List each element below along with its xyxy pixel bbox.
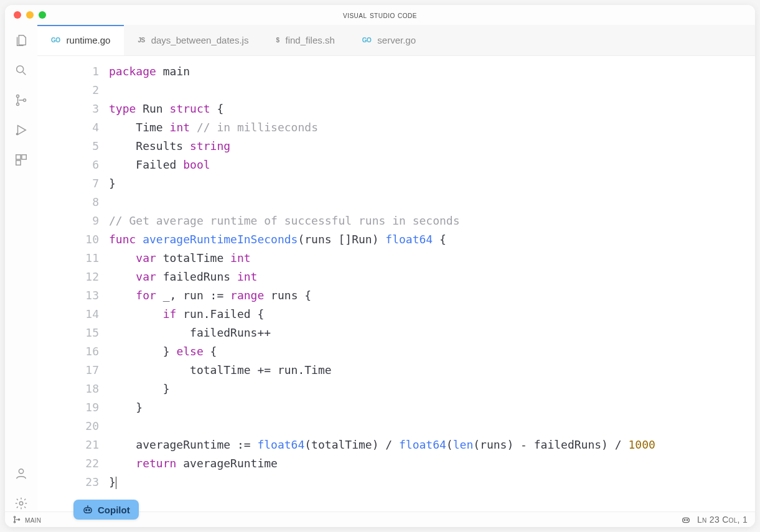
tab-server-go[interactable]: GOserver.go [349,25,429,55]
line-number: 1 [37,62,99,81]
line-number: 10 [37,230,99,249]
code-line[interactable]: } [109,380,755,398]
window-controls [5,11,46,19]
minimize-icon[interactable] [26,11,34,19]
svg-point-15 [18,519,19,520]
svg-point-0 [17,66,24,73]
code-line[interactable]: var totalTime int [109,249,755,268]
code-line[interactable]: } else { [109,342,755,361]
code-line[interactable]: } [109,174,755,193]
file-type-icon: $ [276,37,279,44]
svg-point-14 [14,521,15,523]
text-cursor [116,477,116,489]
code-content[interactable]: package maintype Run struct { Time int /… [109,62,755,511]
code-line[interactable]: func averageRuntimeInSeconds(runs []Run)… [109,230,755,249]
copilot-badge[interactable]: Copilot [73,500,139,520]
line-number: 14 [37,305,99,324]
source-control-icon[interactable] [13,92,29,108]
line-number: 11 [37,249,99,268]
search-icon[interactable] [13,62,29,78]
file-type-icon: JS [138,37,144,44]
copilot-status-icon[interactable] [681,515,691,525]
file-type-icon: GO [51,37,60,44]
svg-point-18 [687,520,688,521]
line-number: 5 [37,137,99,156]
line-number: 9 [37,212,99,230]
code-line[interactable] [109,193,755,212]
line-number: 22 [37,454,99,473]
line-number: 13 [37,286,99,305]
cursor-position[interactable]: Ln 23 Col, 1 [697,515,748,525]
code-line[interactable]: return averageRuntime [109,454,755,473]
code-line[interactable]: totalTime += run.Time [109,361,755,380]
svg-point-9 [19,502,23,505]
code-line[interactable] [109,417,755,436]
code-line[interactable] [109,81,755,100]
code-line[interactable]: var failedRuns int [109,268,755,286]
svg-point-2 [16,103,19,105]
line-number: 16 [37,342,99,361]
maximize-icon[interactable] [39,11,46,19]
code-line[interactable]: } [109,398,755,417]
line-number: 3 [37,100,99,118]
code-line[interactable]: Failed bool [109,156,755,174]
window-title: visual studio code [343,10,417,20]
svg-point-8 [19,469,23,474]
code-line[interactable]: package main [109,62,755,81]
svg-point-4 [16,133,19,136]
settings-icon[interactable] [13,495,29,511]
tab-days_between_dates-js[interactable]: JSdays_between_dates.js [124,25,262,55]
line-number: 15 [37,324,99,342]
code-editor[interactable]: 1234567891011121314151617181920212223 pa… [37,56,755,511]
code-line[interactable]: Time int // in milliseconds [109,118,755,137]
tab-label: server.go [377,35,416,45]
close-icon[interactable] [14,11,21,19]
line-number: 6 [37,156,99,174]
tab-bar: GOruntime.goJSdays_between_dates.js$find… [37,25,755,56]
debug-icon[interactable] [13,122,29,138]
branch-name[interactable]: main [25,515,41,525]
branch-icon [12,515,21,524]
line-gutter: 1234567891011121314151617181920212223 [37,62,109,511]
line-number: 2 [37,81,99,100]
svg-rect-10 [84,508,91,513]
svg-rect-5 [16,155,21,159]
code-line[interactable]: failedRuns++ [109,324,755,342]
line-number: 12 [37,268,99,286]
file-type-icon: GO [362,37,372,44]
copilot-label: Copilot [98,505,130,515]
svg-point-17 [684,520,685,521]
svg-point-12 [88,510,90,511]
activity-bar [5,25,37,511]
code-line[interactable]: for _, run := range runs { [109,286,755,305]
line-number: 7 [37,174,99,193]
copilot-icon [82,504,93,515]
svg-point-13 [14,516,15,518]
code-line[interactable]: } [109,473,755,492]
code-line[interactable]: averageRuntime := float64(totalTime) / f… [109,436,755,454]
line-number: 19 [37,398,99,417]
tab-label: runtime.go [67,35,111,45]
svg-point-11 [86,510,87,511]
line-number: 17 [37,361,99,380]
svg-point-1 [16,95,19,98]
tab-label: days_between_dates.js [151,35,249,45]
tab-find_files-sh[interactable]: $find_files.sh [262,25,348,55]
extensions-icon[interactable] [13,152,29,168]
code-line[interactable]: type Run struct { [109,100,755,118]
line-number: 8 [37,193,99,212]
svg-rect-7 [16,161,21,165]
tab-label: find_files.sh [286,35,335,45]
svg-point-3 [23,99,26,101]
editor-group: GOruntime.goJSdays_between_dates.js$find… [37,25,755,511]
explorer-icon[interactable] [13,32,29,49]
code-line[interactable]: if run.Failed { [109,305,755,324]
code-line[interactable]: // Get average runtime of successful run… [109,212,755,230]
line-number: 23 [37,473,99,492]
tab-runtime-go[interactable]: GOruntime.go [37,25,124,55]
account-icon[interactable] [13,465,29,482]
code-line[interactable]: Results string [109,137,755,156]
svg-rect-6 [22,155,26,159]
line-number: 18 [37,380,99,398]
line-number: 4 [37,118,99,137]
